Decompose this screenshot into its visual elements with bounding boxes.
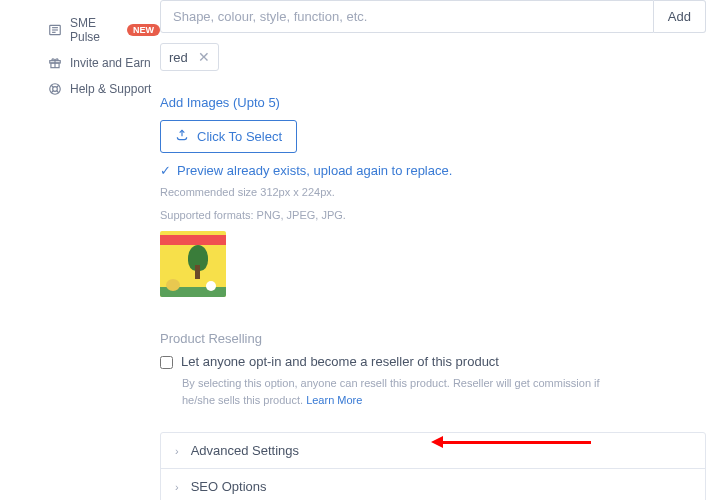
sidebar-item-invite[interactable]: Invite and Earn [48, 50, 160, 76]
svg-line-11 [51, 91, 53, 93]
svg-line-10 [57, 91, 59, 93]
product-reselling-heading: Product Reselling [160, 331, 706, 346]
newspaper-icon [48, 23, 62, 37]
gift-icon [48, 56, 62, 70]
add-images-heading: Add Images (Upto 5) [160, 95, 706, 110]
click-to-select-button[interactable]: Click To Select [160, 120, 297, 153]
sidebar-item-label: Invite and Earn [70, 56, 151, 70]
svg-line-12 [57, 85, 59, 87]
lifebuoy-icon [48, 82, 62, 96]
select-button-label: Click To Select [197, 129, 282, 144]
remove-tag-icon[interactable]: ✕ [198, 49, 210, 65]
learn-more-link[interactable]: Learn More [306, 394, 362, 406]
add-tag-button[interactable]: Add [654, 0, 706, 33]
main-content: Add red ✕ Add Images (Upto 5) Click To S… [160, 0, 726, 500]
svg-point-8 [53, 87, 58, 92]
accordion: › Advanced Settings › SEO Options [160, 432, 706, 500]
chevron-right-icon: › [175, 445, 179, 457]
reseller-checkbox-row: Let anyone opt-in and become a reseller … [160, 354, 706, 369]
sidebar-item-help[interactable]: Help & Support [48, 76, 160, 102]
tag-input-row: Add [160, 0, 706, 33]
reseller-checkbox-label: Let anyone opt-in and become a reseller … [181, 354, 499, 369]
sidebar-item-label: Help & Support [70, 82, 151, 96]
reseller-hint: By selecting this option, anyone can res… [182, 375, 602, 408]
svg-line-9 [51, 85, 53, 87]
tag-chip-label: red [169, 50, 188, 65]
image-thumbnail[interactable] [160, 231, 226, 297]
preview-exists-note: ✓ Preview already exists, upload again t… [160, 163, 706, 178]
sidebar-item-label: SME Pulse [70, 16, 119, 44]
reseller-checkbox[interactable] [160, 356, 173, 369]
image-format-hint: Supported formats: PNG, JPEG, JPG. [160, 207, 706, 224]
tag-input[interactable] [160, 0, 654, 33]
chevron-right-icon: › [175, 481, 179, 493]
tag-chip: red ✕ [160, 43, 219, 71]
seo-options-toggle[interactable]: › SEO Options [161, 468, 705, 500]
new-badge: NEW [127, 24, 160, 36]
image-size-hint: Recommended size 312px x 224px. [160, 184, 706, 201]
upload-icon [175, 128, 189, 145]
sidebar: SME Pulse NEW Invite and Earn Help & Sup… [0, 0, 160, 500]
accordion-label: SEO Options [191, 479, 267, 494]
advanced-settings-toggle[interactable]: › Advanced Settings [161, 433, 705, 468]
accordion-label: Advanced Settings [191, 443, 299, 458]
sidebar-item-sme-pulse[interactable]: SME Pulse NEW [48, 10, 160, 50]
check-icon: ✓ [160, 163, 171, 178]
